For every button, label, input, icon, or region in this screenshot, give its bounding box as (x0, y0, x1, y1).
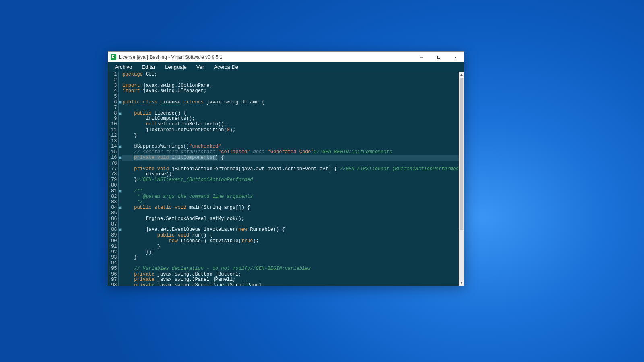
line-number[interactable]: 78 (108, 172, 118, 177)
code-line[interactable]: } (122, 244, 458, 250)
code-line[interactable]: public static void main(String args[]) { (122, 205, 458, 211)
fold-toggle-icon[interactable] (119, 228, 122, 231)
line-number[interactable]: 5 (108, 94, 118, 100)
code-line[interactable]: dispose(); (122, 172, 458, 177)
scroll-up-button[interactable] (459, 72, 464, 78)
menu-acerca-de[interactable]: Acerca De (210, 63, 242, 71)
line-number[interactable]: 84 (108, 205, 118, 211)
minimize-button[interactable] (413, 52, 430, 62)
maximize-button[interactable] (430, 52, 447, 62)
code-line[interactable]: jTextArea1.setCaretPosition(0); (122, 128, 458, 133)
line-number[interactable]: 82 (108, 194, 118, 200)
code-line[interactable]: public class License extends javax.swing… (122, 100, 458, 105)
code-line[interactable]: // <editor-fold defaultstate="collapsed"… (122, 150, 458, 155)
line-number[interactable]: 13 (108, 139, 118, 144)
code-line[interactable]: import javax.swing.JOptionPane; (122, 83, 458, 89)
line-number[interactable]: 97 (108, 277, 118, 283)
line-number[interactable]: 98 (108, 283, 118, 286)
fold-toggle-icon[interactable] (119, 101, 122, 104)
code-line[interactable] (122, 94, 458, 100)
line-number[interactable]: 83 (108, 200, 118, 205)
code-line[interactable] (122, 105, 458, 111)
line-number[interactable]: 96 (108, 272, 118, 278)
code-line[interactable] (122, 211, 458, 216)
fold-gutter[interactable] (119, 72, 122, 286)
line-number-gutter[interactable]: 1234567891011121314151676777879808182838… (108, 72, 119, 286)
line-number[interactable]: 93 (108, 255, 118, 261)
line-number[interactable]: 80 (108, 183, 118, 189)
code-line[interactable]: java.awt.EventQueue.invokeLater(new Runn… (122, 227, 458, 233)
line-number[interactable]: 76 (108, 161, 118, 167)
code-line[interactable] (122, 139, 458, 144)
code-area[interactable]: package GUI;import javax.swing.JOptionPa… (122, 72, 458, 286)
line-number[interactable]: 2 (108, 78, 118, 83)
line-number[interactable]: 89 (108, 233, 118, 239)
code-line[interactable] (122, 183, 458, 189)
line-number[interactable]: 8 (108, 111, 118, 117)
fold-toggle-icon[interactable] (119, 145, 122, 148)
line-number[interactable]: 79 (108, 177, 118, 183)
code-line[interactable]: } (122, 133, 458, 139)
code-line[interactable]: nullsetLocationRelativeTo(); (122, 122, 458, 128)
code-line[interactable]: @SuppressWarnings()"unchecked" (122, 144, 458, 150)
code-line[interactable] (122, 261, 458, 266)
menu-ver[interactable]: Ver (192, 63, 208, 71)
code-line[interactable]: initComponents(); (122, 116, 458, 122)
line-number[interactable]: 90 (108, 239, 118, 244)
scroll-down-button[interactable] (459, 280, 464, 286)
menu-editar[interactable]: Editar (138, 63, 159, 71)
menu-lenguaje[interactable]: Lenguaje (161, 63, 191, 71)
fold-toggle-icon[interactable] (119, 206, 122, 209)
code-line[interactable]: private javax.swing.JButton jButton1; (122, 272, 458, 278)
line-number[interactable]: 4 (108, 88, 118, 94)
line-number[interactable]: 91 (108, 244, 118, 250)
close-button[interactable] (447, 52, 464, 62)
code-line[interactable]: new License().setVisible(true); (122, 239, 458, 244)
code-line[interactable]: // Variables declaration - do not modify… (122, 266, 458, 272)
line-number[interactable]: 86 (108, 216, 118, 222)
line-number[interactable]: 3 (108, 83, 118, 89)
line-number[interactable]: 11 (108, 128, 118, 133)
line-number[interactable]: 87 (108, 222, 118, 228)
line-number[interactable]: 7 (108, 105, 118, 111)
code-line[interactable]: }//GEN-LAST:event_jButton1ActionPerforme… (122, 177, 458, 183)
line-number[interactable]: 15 (108, 150, 118, 155)
vertical-scrollbar[interactable] (459, 72, 464, 286)
code-line[interactable]: public void run() { (122, 233, 458, 239)
line-number[interactable]: 88 (108, 227, 118, 233)
code-line[interactable]: }); (122, 250, 458, 255)
code-line[interactable]: public License() { (122, 111, 458, 117)
line-number[interactable]: 10 (108, 122, 118, 128)
fold-toggle-icon[interactable] (119, 112, 122, 115)
fold-toggle-icon[interactable] (119, 156, 122, 159)
line-number[interactable]: 85 (108, 211, 118, 216)
line-number[interactable]: 16 (108, 155, 118, 161)
code-line[interactable]: package GUI; (122, 72, 458, 78)
code-line[interactable] (122, 161, 458, 167)
code-line[interactable]: import javax.swing.UIManager; (122, 88, 458, 94)
line-number[interactable]: 94 (108, 261, 118, 266)
code-line[interactable]: */ (122, 200, 458, 205)
scrollbar-track[interactable] (459, 78, 464, 280)
code-line[interactable]: private javax.swing.JPanel jPanel1; (122, 277, 458, 283)
line-number[interactable]: 9 (108, 116, 118, 122)
titlebar[interactable]: License.java | Bashing - Vinari Software… (108, 52, 464, 62)
code-line[interactable]: private javax.swing.JScrollPane jScrollP… (122, 283, 458, 286)
code-line[interactable] (122, 222, 458, 228)
code-line[interactable]: private void jButton1ActionPerformed(jav… (122, 167, 458, 172)
fold-toggle-icon[interactable] (119, 190, 122, 193)
line-number[interactable]: 14 (108, 144, 118, 150)
code-line[interactable]: * @param args the command line arguments (122, 194, 458, 200)
code-line[interactable]: /** (122, 189, 458, 194)
line-number[interactable]: 12 (108, 133, 118, 139)
code-line[interactable]: Engine.SetLookAndFeel.setMyLook(); (122, 216, 458, 222)
line-number[interactable]: 1 (108, 72, 118, 78)
line-number[interactable]: 77 (108, 167, 118, 172)
scrollbar-thumb[interactable] (460, 78, 463, 230)
line-number[interactable]: 95 (108, 266, 118, 272)
menu-archivo[interactable]: Archivo (111, 63, 136, 71)
code-line[interactable]: } (122, 255, 458, 261)
line-number[interactable]: 6 (108, 100, 118, 105)
code-line[interactable] (122, 78, 458, 83)
line-number[interactable]: 92 (108, 250, 118, 255)
